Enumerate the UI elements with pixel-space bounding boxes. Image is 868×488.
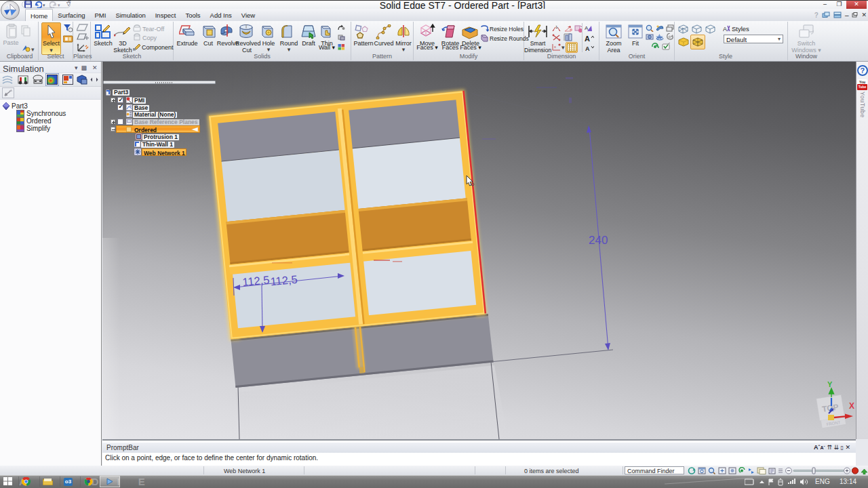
svg-text:x: x (554, 45, 556, 49)
svg-text:A: A (723, 26, 727, 32)
svg-text:240: 240 (589, 234, 608, 247)
svg-text:A: A (585, 35, 590, 42)
svg-text:Y: Y (827, 380, 833, 388)
svg-text:X: X (849, 401, 854, 411)
svg-text:A: A (585, 45, 590, 52)
svg-text:?: ? (861, 66, 865, 75)
